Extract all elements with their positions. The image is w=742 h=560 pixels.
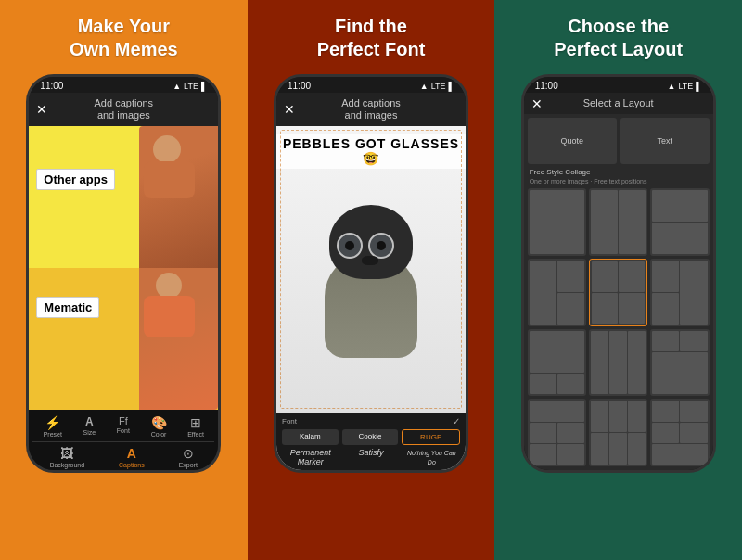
pug-figure: [315, 200, 427, 358]
layout-three-b[interactable]: [650, 259, 709, 326]
layout-cell: [591, 331, 608, 395]
tab-background[interactable]: 🖼 Background: [50, 446, 84, 468]
layout-cell: [557, 261, 584, 292]
layout-three-bottom[interactable]: [650, 329, 709, 397]
layout-mixed-a[interactable]: [528, 399, 586, 466]
tab-captions[interactable]: A Captions: [119, 446, 145, 468]
meme-label-bottom: Mematic: [36, 297, 99, 318]
status-bar-1: 11:00 ▲ LTE ▌: [29, 77, 218, 93]
preset-label: Preset: [44, 431, 62, 438]
font-list: Kalam Cookie RUGE: [282, 429, 460, 445]
wifi-icon-3: ▲: [668, 82, 676, 91]
layout-cell: [530, 423, 556, 443]
battery-icon-3: ▌: [696, 82, 701, 91]
toolbar-icons: ⚡ Preset A Size Ff Font 🎨 Color: [32, 415, 214, 438]
app-top-bar-3: ✕ Select a Layout: [524, 93, 713, 114]
status-right-2: ▲ LTE ▌: [420, 82, 454, 91]
panel2-title: Find the Perfect Font: [317, 15, 426, 61]
app-bar-title-1: Add captions and images: [95, 97, 154, 121]
layout-mixed-b[interactable]: [589, 399, 647, 466]
close-button-1[interactable]: ✕: [36, 102, 47, 117]
color-icon: 🎨: [151, 415, 167, 430]
layout-tile-text[interactable]: Text: [620, 118, 710, 164]
close-button-3[interactable]: ✕: [531, 96, 543, 111]
panel-memes: Make Your Own Memes 11:00 ▲ LTE ▌ ✕ Add …: [0, 0, 248, 560]
font-perm-marker[interactable]: Permanent Marker: [282, 448, 339, 466]
font-satisfy[interactable]: Satisfy: [342, 448, 399, 466]
layout-tile-quote[interactable]: Quote: [528, 118, 617, 164]
font-bottom: Font ✓ Kalam Cookie RUGE: [276, 413, 466, 470]
layout-two-h[interactable]: [589, 188, 647, 256]
toolbar-size[interactable]: A Size: [83, 415, 96, 438]
layout-three-top[interactable]: [528, 329, 586, 397]
font-nothing[interactable]: Nothing You Can Do: [403, 448, 460, 466]
battery-icon-2: ▌: [449, 82, 454, 91]
layout-cell: [591, 190, 618, 254]
layout-cell: [652, 190, 707, 222]
layout-cell: [619, 190, 646, 254]
layout-three-a[interactable]: [528, 259, 586, 326]
layout-cell: [652, 401, 679, 421]
font-label-row: Font ✓: [282, 416, 460, 426]
text-label: Text: [657, 136, 672, 146]
layout-two-v[interactable]: [650, 188, 709, 256]
app-bar-title-2: Add captions and images: [341, 97, 401, 121]
layout-cell: [592, 261, 618, 292]
meme-overlay-text: PEBBLES GOT GLASSES 🤓: [283, 136, 459, 166]
preset-icon: ⚡: [45, 415, 60, 430]
font-item-ruge[interactable]: RUGE: [402, 429, 460, 445]
layout-cell: [680, 331, 707, 352]
layout-cell: [609, 331, 627, 395]
phone-screen-3: Quote Text Free Style Collage One or mor…: [524, 114, 713, 470]
toolbar-color[interactable]: 🎨 Color: [151, 415, 167, 438]
layout-cell: [652, 223, 707, 254]
layout-cell: [530, 444, 556, 465]
wifi-icon-1: ▲: [173, 82, 181, 91]
meme-top-half: Other apps: [29, 126, 218, 268]
layout-cell: [530, 190, 584, 254]
layout-four-active[interactable]: [589, 259, 647, 326]
layout-cell: [592, 293, 618, 324]
export-icon: ⊙: [183, 446, 194, 461]
color-label: Color: [151, 431, 167, 438]
layout-three-v[interactable]: [589, 329, 647, 397]
panel-layout: Choose the Perfect Layout 11:00 ▲ LTE ▌ …: [494, 0, 742, 560]
status-right-3: ▲ LTE ▌: [668, 82, 702, 91]
free-style-sub: One or more images · Free text positions: [528, 178, 710, 185]
status-right-1: ▲ LTE ▌: [173, 82, 207, 91]
toolbar-preset[interactable]: ⚡ Preset: [44, 415, 62, 438]
size-label: Size: [83, 429, 96, 436]
battery-icon-1: ▌: [201, 82, 207, 91]
layout-cell: [557, 423, 584, 443]
layout-cell: [557, 374, 584, 395]
font-item-kalam[interactable]: Kalam: [282, 429, 339, 445]
font-image-area: PEBBLES GOT GLASSES 🤓: [276, 126, 466, 413]
font-item-cookie[interactable]: Cookie: [342, 429, 399, 445]
layout-cell: [652, 352, 707, 394]
layout-mixed-c[interactable]: [650, 399, 709, 466]
font-label: Font: [117, 427, 130, 434]
tab-export[interactable]: ⊙ Export: [179, 446, 198, 468]
layout-single[interactable]: [528, 188, 586, 256]
layout-cell: [619, 293, 645, 324]
layout-cell: [680, 261, 707, 325]
status-time-3: 11:00: [535, 81, 558, 91]
status-bar-3: 11:00 ▲ LTE ▌: [524, 77, 713, 93]
toolbar-font[interactable]: Ff Font: [117, 415, 130, 438]
drake-bottom: [139, 268, 218, 410]
status-time-2: 11:00: [288, 81, 311, 91]
layout-cell: [609, 433, 627, 465]
layout-cell: [530, 401, 584, 421]
effect-label: Effect: [187, 431, 204, 438]
lte-icon-1: LTE: [184, 82, 198, 91]
font-check-icon: ✓: [453, 416, 460, 426]
close-button-2[interactable]: ✕: [284, 102, 295, 117]
background-icon: 🖼: [60, 446, 73, 461]
pug-background: PEBBLES GOT GLASSES 🤓: [276, 126, 466, 413]
layout-cell: [680, 401, 707, 421]
panel3-title: Choose the Perfect Layout: [554, 15, 683, 61]
tab-captions-label: Captions: [119, 462, 145, 468]
layout-cell: [557, 293, 584, 325]
meme-content: Other apps Mematic: [29, 126, 218, 410]
toolbar-effect[interactable]: ⊞ Effect: [187, 415, 204, 438]
